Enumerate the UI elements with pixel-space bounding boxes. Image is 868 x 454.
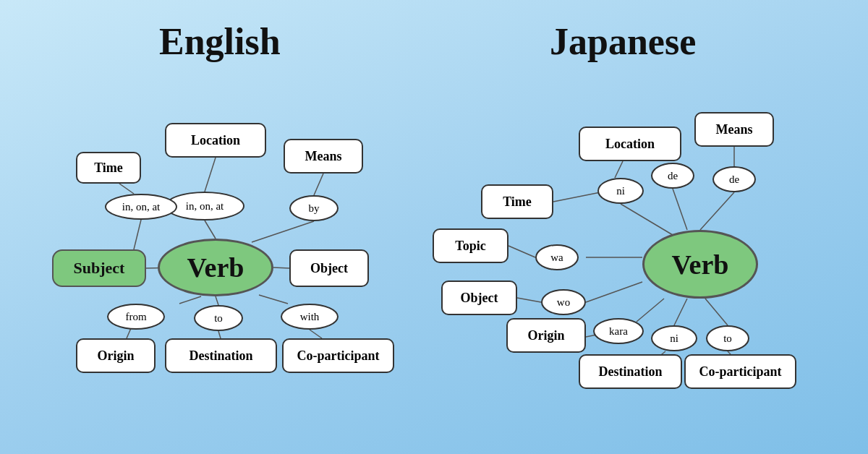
svg-line-14 — [621, 204, 673, 235]
svg-line-27 — [705, 299, 728, 325]
jp-oval-de2: de — [712, 166, 756, 192]
svg-line-25 — [674, 299, 687, 325]
svg-line-11 — [218, 331, 221, 338]
svg-line-20 — [509, 246, 535, 257]
en-oval-by: by — [289, 195, 339, 221]
svg-line-5 — [314, 174, 323, 195]
jp-oval-ni1: ni — [597, 178, 644, 204]
en-oval-from: from — [107, 304, 165, 330]
svg-line-15 — [615, 161, 623, 178]
jp-time-node: Time — [481, 184, 553, 219]
jp-verb-node: Verb — [642, 230, 758, 299]
jp-destination-node: Destination — [579, 354, 682, 389]
en-destination-node: Destination — [165, 338, 277, 373]
svg-line-10 — [216, 296, 218, 305]
jp-location-node: Location — [579, 127, 681, 161]
svg-line-21 — [586, 282, 642, 302]
en-object-node: Object — [289, 249, 369, 287]
jp-oval-wo: wo — [541, 289, 586, 315]
jp-oval-ni2: ni — [651, 325, 697, 351]
jp-oval-wa: wa — [535, 244, 579, 270]
svg-line-23 — [637, 299, 664, 322]
svg-line-1 — [273, 267, 289, 268]
svg-line-22 — [517, 298, 541, 302]
svg-line-7 — [119, 184, 134, 194]
en-oval-to: to — [194, 305, 243, 331]
title-japanese: Japanese — [550, 20, 696, 63]
en-oval-with: with — [281, 304, 339, 330]
svg-line-2 — [205, 220, 216, 239]
en-origin-node: Origin — [76, 338, 156, 373]
svg-line-12 — [259, 295, 288, 304]
jp-object-node: Object — [441, 280, 517, 315]
en-coparticipant-node: Co-participant — [282, 338, 394, 373]
en-oval-at: in, on, at — [105, 194, 177, 220]
en-verb-node: Verb — [158, 239, 273, 296]
svg-line-6 — [134, 220, 141, 249]
jp-coparticipant-node: Co-participant — [684, 354, 796, 389]
svg-line-13 — [310, 330, 322, 338]
svg-line-16 — [673, 189, 687, 230]
title-english: English — [159, 20, 281, 63]
jp-oval-kara: kara — [593, 318, 644, 344]
en-subject-node: Subject — [52, 249, 146, 287]
jp-means-node: Means — [694, 112, 774, 147]
en-means-node: Means — [284, 139, 363, 174]
svg-line-3 — [205, 158, 216, 192]
en-time-node: Time — [76, 152, 141, 184]
jp-origin-node: Origin — [506, 318, 586, 353]
jp-oval-de1: de — [651, 163, 694, 189]
svg-line-17 — [700, 192, 734, 230]
jp-topic-node: Topic — [433, 228, 509, 263]
svg-line-8 — [179, 296, 201, 304]
svg-line-4 — [252, 221, 314, 242]
en-location-node: Location — [165, 123, 266, 158]
jp-oval-to: to — [706, 325, 749, 351]
